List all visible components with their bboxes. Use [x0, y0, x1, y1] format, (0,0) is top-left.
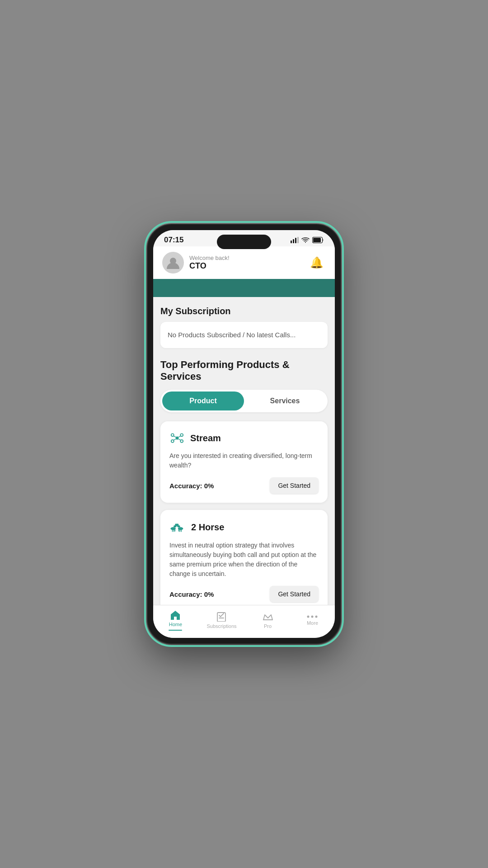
avatar — [162, 252, 184, 274]
horse-accuracy: Accuracy: 0% — [169, 590, 214, 598]
subscriptions-icon — [216, 612, 227, 622]
svg-rect-21 — [174, 529, 174, 532]
svg-point-4 — [305, 242, 306, 243]
subscription-empty-message: No Products Subscribed / No latest Calls… — [168, 331, 296, 339]
nav-label-more: More — [307, 620, 318, 626]
svg-rect-1 — [293, 239, 294, 243]
status-bar: 07:15 — [153, 230, 335, 246]
svg-rect-20 — [172, 529, 173, 532]
avatar-icon — [166, 255, 180, 270]
horse-title: 2 Horse — [191, 522, 224, 533]
nav-underline-home — [169, 630, 182, 631]
subscription-card: No Products Subscribed / No latest Calls… — [160, 322, 328, 348]
svg-rect-6 — [313, 238, 321, 242]
svg-point-12 — [180, 440, 183, 443]
stream-footer: Accuracy: 0% Get Started — [169, 477, 319, 494]
svg-point-10 — [180, 434, 183, 436]
main-content: My Subscription No Products Subscribed /… — [153, 297, 335, 605]
svg-rect-28 — [178, 529, 179, 532]
nav-label-home: Home — [169, 622, 182, 627]
nav-label-subscriptions: Subscriptions — [206, 623, 236, 629]
status-time: 07:15 — [164, 236, 183, 245]
horse-footer: Accuracy: 0% Get Started — [169, 586, 319, 602]
nav-item-pro[interactable]: Pro — [254, 612, 282, 629]
status-icons — [291, 237, 324, 243]
home-icon — [170, 610, 181, 620]
battery-icon — [312, 237, 324, 243]
stream-get-started-button[interactable]: Get Started — [270, 477, 319, 494]
nav-item-subscriptions[interactable]: Subscriptions — [206, 612, 236, 629]
svg-point-29 — [307, 616, 310, 618]
stream-card-header: Stream — [169, 430, 319, 446]
username-text: CTO — [189, 261, 230, 271]
bottom-nav: Home Subscriptions Pro — [153, 605, 335, 638]
svg-rect-27 — [181, 529, 182, 532]
svg-rect-22 — [174, 529, 175, 532]
nav-item-more[interactable]: More — [299, 615, 326, 626]
svg-point-8 — [176, 437, 179, 440]
svg-line-16 — [178, 439, 181, 440]
bell-icon: 🔔 — [310, 256, 324, 269]
svg-line-13 — [174, 436, 176, 437]
teal-banner — [153, 279, 335, 297]
svg-point-11 — [171, 440, 174, 443]
svg-point-31 — [315, 616, 318, 618]
wifi-icon — [301, 237, 310, 243]
phone-screen: 07:15 — [153, 230, 335, 638]
svg-rect-0 — [291, 241, 292, 243]
tab-services[interactable]: Services — [244, 392, 326, 410]
svg-rect-3 — [297, 237, 299, 243]
header-text: Welcome back! CTO — [189, 255, 230, 271]
top-performing-title: Top Performing Products & Services — [160, 359, 328, 382]
stream-description: Are you interested in creating diversifi… — [169, 451, 319, 470]
svg-point-25 — [177, 524, 179, 526]
app-header: Welcome back! CTO 🔔 — [153, 246, 335, 279]
product-card-stream: Stream Are you interested in creating di… — [160, 421, 328, 503]
horse-get-started-button[interactable]: Get Started — [270, 586, 319, 602]
stream-title: Stream — [190, 433, 221, 443]
signal-icon — [291, 237, 299, 243]
phone-frame: 07:15 — [147, 224, 341, 644]
header-left: Welcome back! CTO — [162, 252, 230, 274]
product-card-2horse: 2 Horse Invest in neutral option strateg… — [160, 510, 328, 605]
svg-point-9 — [171, 434, 174, 436]
horse-card-header: 2 Horse — [169, 519, 319, 535]
svg-point-30 — [311, 616, 314, 618]
stream-accuracy: Accuracy: 0% — [169, 482, 214, 490]
stream-icon — [169, 430, 185, 446]
more-icon — [307, 615, 318, 618]
nav-item-home[interactable]: Home — [162, 610, 189, 631]
svg-rect-26 — [179, 529, 180, 532]
welcome-text: Welcome back! — [189, 255, 230, 261]
horse-description: Invest in neutral option strategy that i… — [169, 541, 319, 579]
notification-bell-button[interactable]: 🔔 — [308, 254, 326, 272]
nav-label-pro: Pro — [264, 623, 272, 629]
pro-icon — [263, 612, 273, 622]
subscription-section-title: My Subscription — [160, 306, 328, 316]
svg-rect-2 — [295, 238, 296, 243]
dynamic-island — [217, 235, 271, 249]
svg-line-14 — [178, 436, 181, 437]
horse-icon — [169, 519, 186, 535]
svg-line-15 — [174, 439, 176, 440]
tab-product[interactable]: Product — [162, 392, 244, 410]
tab-toggle: Product Services — [160, 390, 328, 412]
